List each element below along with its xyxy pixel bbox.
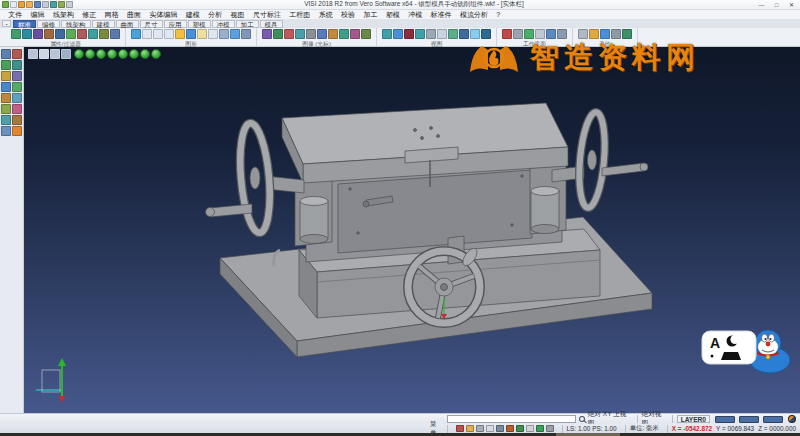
toolbar-tab-6[interactable]: 应用 bbox=[164, 20, 187, 28]
filter-tool-icon-1[interactable] bbox=[22, 29, 32, 39]
snap-yellow-icon[interactable] bbox=[466, 425, 474, 432]
menu-item-7[interactable]: 建模 bbox=[182, 10, 204, 20]
filter-tool-icon-3[interactable] bbox=[44, 29, 54, 39]
graphics-tool-icon-2[interactable] bbox=[153, 29, 163, 39]
close-button[interactable]: ✕ bbox=[785, 1, 798, 9]
layer-indicator[interactable]: LAYER0 bbox=[677, 415, 710, 423]
sidebar-tool-3[interactable] bbox=[1, 60, 11, 70]
image-tool-icon-5[interactable] bbox=[317, 29, 327, 39]
sidebar-tool-6[interactable] bbox=[12, 71, 22, 81]
print-icon[interactable] bbox=[50, 1, 57, 8]
toolbar-tab-0[interactable]: 标准 bbox=[13, 20, 36, 28]
view-shade-icon[interactable] bbox=[39, 49, 49, 59]
menu-item-16[interactable]: 冲模 bbox=[404, 10, 426, 20]
graphics-tool-icon-10[interactable] bbox=[241, 29, 251, 39]
snap-green-icon[interactable] bbox=[516, 425, 524, 432]
status-sphere-icon[interactable] bbox=[788, 415, 796, 423]
view-tool-icon-3[interactable] bbox=[415, 29, 425, 39]
redo-icon[interactable] bbox=[66, 1, 73, 8]
filter-tool-icon-7[interactable] bbox=[88, 29, 98, 39]
import-icon[interactable] bbox=[26, 1, 33, 8]
toolbar-tab-4[interactable]: 曲面 bbox=[116, 20, 139, 28]
snap-red-icon[interactable] bbox=[456, 425, 464, 432]
filter-tool-icon-4[interactable] bbox=[55, 29, 65, 39]
menu-item-8[interactable]: 分析 bbox=[204, 10, 226, 20]
filter-tool-icon-9[interactable] bbox=[110, 29, 120, 39]
sidebar-tool-9[interactable] bbox=[1, 93, 11, 103]
image-tool-icon-8[interactable] bbox=[350, 29, 360, 39]
open-folder-icon[interactable] bbox=[18, 1, 25, 8]
graphics-tool-icon-5[interactable] bbox=[186, 29, 196, 39]
sidebar-tool-16[interactable] bbox=[12, 126, 22, 136]
image-tool-icon-2[interactable] bbox=[284, 29, 294, 39]
toolbar-tab-7[interactable]: 塑模 bbox=[188, 20, 211, 28]
units-indicator[interactable]: 单位: 毫米 bbox=[630, 424, 659, 433]
graphics-tool-icon-7[interactable] bbox=[208, 29, 218, 39]
menu-item-10[interactable]: 尺寸标注 bbox=[249, 10, 285, 20]
filter-tool-icon-6[interactable] bbox=[77, 29, 87, 39]
view-rotate-6-icon[interactable] bbox=[129, 49, 139, 59]
graphics-tool-icon-4[interactable] bbox=[175, 29, 185, 39]
graphics-tool-icon-0[interactable] bbox=[131, 29, 141, 39]
view-rotate-3-icon[interactable] bbox=[96, 49, 106, 59]
view-tool-icon-2[interactable] bbox=[404, 29, 414, 39]
menu-item-0[interactable]: 文件 bbox=[4, 10, 26, 20]
snap-gray-icon[interactable] bbox=[476, 425, 484, 432]
sidebar-tool-10[interactable] bbox=[12, 93, 22, 103]
snap-pale-icon[interactable] bbox=[526, 425, 534, 432]
layer-color-chip-0[interactable] bbox=[715, 416, 735, 423]
toolbar-tab-9[interactable]: 加工 bbox=[236, 20, 259, 28]
search-icon[interactable] bbox=[579, 416, 585, 422]
undo-icon[interactable] bbox=[58, 1, 65, 8]
save-as-icon[interactable] bbox=[42, 1, 49, 8]
menu-item-2[interactable]: 线架构 bbox=[49, 10, 78, 20]
image-tool-icon-0[interactable] bbox=[262, 29, 272, 39]
sidebar-tool-15[interactable] bbox=[1, 126, 11, 136]
menu-item-13[interactable]: 校验 bbox=[337, 10, 359, 20]
toolbar-tab-3[interactable]: 建模 bbox=[92, 20, 115, 28]
snap-light-icon[interactable] bbox=[486, 425, 494, 432]
view-wireframe-icon[interactable] bbox=[50, 49, 60, 59]
image-tool-icon-9[interactable] bbox=[361, 29, 371, 39]
menu-item-14[interactable]: 加工 bbox=[359, 10, 381, 20]
ime-widget[interactable]: A bbox=[700, 326, 794, 374]
view-tool-icon-4[interactable] bbox=[426, 29, 436, 39]
sidebar-tool-13[interactable] bbox=[1, 115, 11, 125]
image-tool-icon-7[interactable] bbox=[339, 29, 349, 39]
view-list-icon[interactable] bbox=[28, 49, 38, 59]
sidebar-tool-2[interactable] bbox=[12, 49, 22, 59]
snap-orange-icon[interactable] bbox=[506, 425, 514, 432]
save-icon[interactable] bbox=[34, 1, 41, 8]
image-tool-icon-6[interactable] bbox=[328, 29, 338, 39]
view-rotate-5-icon[interactable] bbox=[118, 49, 128, 59]
view-rotate-2-icon[interactable] bbox=[85, 49, 95, 59]
filter-tool-icon-5[interactable] bbox=[66, 29, 76, 39]
menu-item-4[interactable]: 网格 bbox=[101, 10, 123, 20]
sidebar-tool-4[interactable] bbox=[12, 60, 22, 70]
minimize-button[interactable]: — bbox=[755, 1, 768, 9]
graphics-tool-icon-1[interactable] bbox=[142, 29, 152, 39]
menu-item-1[interactable]: 编辑 bbox=[26, 10, 48, 20]
menu-item-11[interactable]: 工程图 bbox=[285, 10, 314, 20]
toolbar-tab-8[interactable]: 冲模 bbox=[212, 20, 235, 28]
view-tool-icon-0[interactable] bbox=[382, 29, 392, 39]
toolbar-tab-2[interactable]: 线架构 bbox=[61, 20, 91, 28]
toolbar-tab-1[interactable]: 编修 bbox=[37, 20, 60, 28]
filter-tool-icon-8[interactable] bbox=[99, 29, 109, 39]
layer-color-chip-2[interactable] bbox=[763, 416, 783, 423]
toolbar-tab-10[interactable]: 模具 bbox=[260, 20, 283, 28]
clock-icon[interactable] bbox=[536, 425, 544, 432]
status-search-input[interactable] bbox=[447, 415, 576, 423]
menu-item-15[interactable]: 塑模 bbox=[382, 10, 404, 20]
view-rotate-8-icon[interactable] bbox=[151, 49, 161, 59]
toolbar-tab-5[interactable]: 尺寸 bbox=[140, 20, 163, 28]
image-tool-icon-1[interactable] bbox=[273, 29, 283, 39]
menu-item-6[interactable]: 实体编辑 bbox=[145, 10, 181, 20]
menu-item-18[interactable]: 模流分析 bbox=[456, 10, 492, 20]
image-tool-icon-3[interactable] bbox=[295, 29, 305, 39]
view-rotate-7-icon[interactable] bbox=[140, 49, 150, 59]
graphics-tool-icon-9[interactable] bbox=[230, 29, 240, 39]
filter-tool-icon-2[interactable] bbox=[33, 29, 43, 39]
filter-tool-icon-0[interactable] bbox=[11, 29, 21, 39]
view-tool-icon-5[interactable] bbox=[437, 29, 447, 39]
